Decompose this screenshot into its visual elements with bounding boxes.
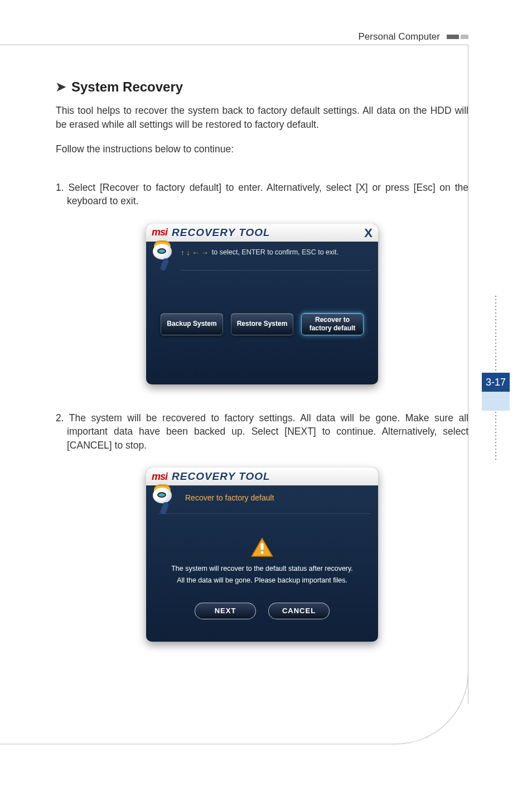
svg-rect-1 [261, 543, 264, 550]
screenshot-2: msi RECOVERY TOOL Recover to factory def… [56, 468, 468, 642]
close-button[interactable]: X [364, 226, 373, 240]
warning-text: The system will recover to the default s… [171, 563, 353, 587]
step-1: 1. Select [Recover to factory default] t… [56, 181, 468, 208]
section-heading: System Recovery [71, 79, 183, 95]
nav-hint-text: to select, ENTER to confirm, ESC to exit… [212, 248, 338, 256]
warning-line-1: The system will recover to the default s… [171, 563, 353, 575]
mascot-icon [149, 243, 177, 276]
window-title: RECOVERY TOOL [172, 227, 270, 239]
subtitle: Recover to factory default [158, 490, 370, 514]
header-decor [447, 35, 468, 39]
bottom-rule [0, 744, 370, 744]
screenshot-1: msi RECOVERY TOOL X ↑ ↓ ← → to select, E… [56, 224, 468, 384]
next-button[interactable]: NEXT [195, 603, 256, 619]
titlebar: msi RECOVERY TOOL [146, 468, 378, 485]
titlebar: msi RECOVERY TOOL X [146, 224, 378, 242]
chevron-right-icon: ➤ [56, 80, 66, 94]
dotted-line-top [495, 296, 496, 373]
page-number-badge: 3-17 [482, 373, 510, 392]
page: Personal Computer 3-17 ➤ System Recovery… [0, 0, 532, 799]
brand-logo: msi [152, 471, 167, 483]
warning-icon [251, 537, 273, 557]
content-area: ➤ System Recovery This tool helps to rec… [56, 45, 468, 743]
section-intro: This tool helps to recover the system ba… [56, 104, 468, 131]
recover-factory-default-button[interactable]: Recover to factory default [301, 313, 364, 335]
section-heading-row: ➤ System Recovery [56, 79, 468, 95]
section-follow: Follow the instructions below to continu… [56, 142, 468, 156]
cancel-button[interactable]: CANCEL [268, 603, 330, 619]
window-title: RECOVERY TOOL [172, 470, 270, 483]
dotted-line-bottom [495, 412, 496, 462]
window-body: ↑ ↓ ← → to select, ENTER to confirm, ESC… [146, 242, 378, 384]
recovery-tool-confirm-window: msi RECOVERY TOOL Recover to factory def… [146, 468, 378, 642]
button-row: Backup System Restore System Recover to … [154, 313, 370, 335]
arrow-keys-icon: ↑ ↓ ← → [181, 248, 209, 257]
window-body: Recover to factory default The system wi… [146, 485, 378, 642]
svg-point-2 [261, 551, 264, 554]
product-name: Personal Computer [359, 31, 440, 42]
confirm-button-row: NEXT CANCEL [195, 603, 330, 619]
page-badge-accent [482, 392, 510, 411]
restore-system-button[interactable]: Restore System [231, 313, 293, 335]
mascot-icon [149, 487, 177, 520]
brand-logo: msi [152, 227, 167, 238]
recovery-tool-window: msi RECOVERY TOOL X ↑ ↓ ← → to select, E… [146, 224, 378, 384]
warning-panel: The system will recover to the default s… [154, 537, 370, 632]
warning-line-2: All the data will be gone. Please backup… [171, 575, 353, 586]
nav-hint-row: ↑ ↓ ← → to select, ENTER to confirm, ESC… [181, 246, 370, 271]
backup-system-button[interactable]: Backup System [161, 313, 223, 335]
step-2: 2. The system will be recovered to facto… [56, 411, 468, 453]
page-header: Personal Computer [359, 31, 468, 42]
